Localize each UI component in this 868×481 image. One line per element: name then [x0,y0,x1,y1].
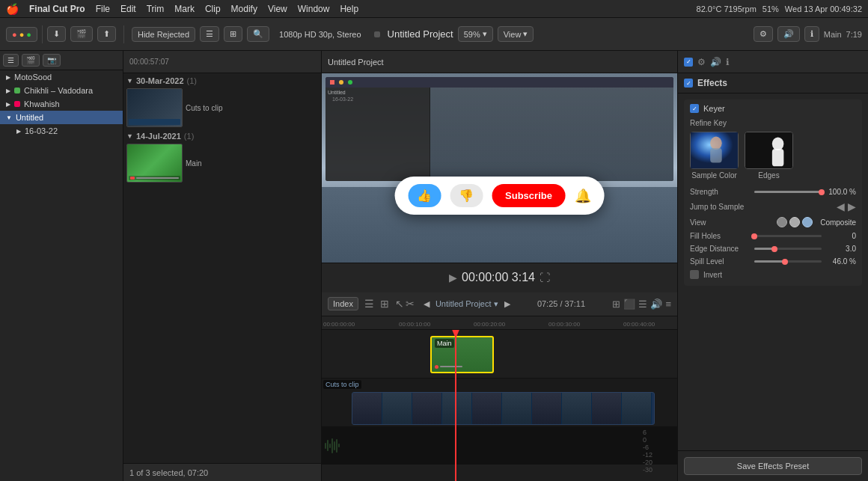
dislike-button[interactable]: 👎 [450,184,483,207]
sidebar-btn-2[interactable]: 🎬 [22,54,40,67]
menu-help[interactable]: Help [340,4,358,14]
invert-checkbox[interactable] [690,270,699,279]
sidebar-item-label: Chikhli – Vadodara [24,86,93,95]
edge-distance-handle [771,246,777,252]
section-date-label: 14-Jul-2021 [136,132,181,141]
bell-button[interactable]: 🔔 [575,188,591,204]
share-button[interactable]: ⬆ [97,26,116,42]
strength-slider[interactable] [754,191,822,193]
inspector-content: ✓ Keyer Refine Key [678,94,868,450]
clip-main[interactable]: Main [123,142,321,184]
view-icon-1[interactable] [777,217,787,227]
import-button[interactable]: ⬇ [47,26,66,42]
view-icon-2[interactable] [789,217,800,227]
inspector-audio-btn[interactable]: 🔊 [710,57,721,67]
sidebar-item-khwahish[interactable]: ▶ Khwahish [0,97,123,111]
view-value: Composite [820,218,856,227]
timeline-btn-5[interactable]: ≡ [665,298,671,310]
svg-point-4 [772,138,784,150]
app-name[interactable]: Final Cut Pro [29,4,85,14]
keyer-checkbox[interactable]: ✓ [690,104,699,113]
sidebar-btn-3[interactable]: 📷 [43,54,61,67]
timeline-view-btn-1[interactable]: ☰ [364,298,374,310]
spill-level-slider[interactable] [754,260,822,263]
like-button[interactable]: 👍 [408,184,441,207]
playhead [455,330,456,482]
info-button[interactable]: ℹ [804,26,819,42]
sample-color-label: Sample Color [691,171,737,180]
filmstrip-view-button[interactable]: ⊞ [224,26,242,42]
cuts-label: Cuts to clip [323,380,361,389]
clip-markers [435,365,462,369]
select-tool[interactable]: ↖ [395,298,404,310]
nav-arrow-left[interactable]: ◀ [424,299,430,309]
timeline-btn-1[interactable]: ⊞ [612,298,620,310]
sidebar-item-untitled[interactable]: ▼ Untitled [0,111,123,124]
like-icon: 👍 [417,189,432,203]
nav-next[interactable]: ▶ [848,200,856,212]
subscribe-button[interactable]: Subscribe [492,184,566,207]
spill-level-fill [754,260,785,263]
save-effects-preset-button[interactable]: Save Effects Preset [684,457,862,475]
timeline-project-name[interactable]: Untitled Project ▾ [435,299,498,309]
timeline-btn-3[interactable]: ☰ [638,298,647,310]
new-project-button[interactable]: 🎬 [70,26,93,42]
menu-modify[interactable]: Modify [231,4,257,14]
refine-key-label: Refine Key [690,119,856,127]
menu-mark[interactable]: Mark [174,4,195,14]
effects-title: Effects [697,78,727,88]
edges-thumb[interactable]: Edges [745,132,793,180]
menu-trim[interactable]: Trim [147,4,165,14]
timeline-view-btn-2[interactable]: ⊞ [380,298,389,310]
svg-point-1 [710,137,722,150]
audio-button[interactable]: 🔊 [777,26,800,42]
menu-clip[interactable]: Clip [205,4,221,14]
cuts-clip[interactable] [352,392,655,425]
effects-toggle-checkbox[interactable]: ✓ [684,79,693,88]
menu-view[interactable]: View [268,4,287,14]
strength-label: Strength [690,188,750,196]
view-button[interactable]: View ▾ [498,26,534,42]
bell-icon: 🔔 [575,189,591,203]
inspector-filter-btn[interactable]: ⚙ [697,57,706,67]
menubar: 🍎 Final Cut Pro File Edit Trim Mark Clip… [0,0,868,18]
menu-window[interactable]: Window [298,4,330,14]
list-view-button[interactable]: ☰ [200,26,219,42]
browser-toolbar: 00:00:57:07 [123,51,321,73]
filmstrip-frame [382,393,412,424]
clip-main-green[interactable]: Main [430,336,494,373]
sidebar-item-chikhli[interactable]: ▶ Chikhli – Vadodara [0,84,123,97]
effects-checkbox[interactable]: ✓ [684,58,693,67]
inspector-info-btn[interactable]: ℹ [726,57,730,67]
nav-prev[interactable]: ◀ [837,200,845,212]
inspector-toggle[interactable]: ⚙ [754,26,773,42]
fill-holes-slider[interactable] [754,235,822,237]
triangle-icon: ▶ [6,74,10,81]
menu-edit[interactable]: Edit [120,4,136,14]
menu-file[interactable]: File [96,4,110,14]
search-button[interactable]: 🔍 [247,26,269,42]
fullscreen-button[interactable]: ⛶ [540,272,550,284]
view-row: View Composite [690,215,856,230]
play-button[interactable]: ▶ [449,272,457,284]
clip-cuts-to-clip[interactable]: Cuts to clip [123,87,321,129]
filmstrip-frame [412,393,442,424]
sidebar-item-16-03-22[interactable]: ▶ 16-03-22 [0,124,123,138]
sample-color-thumb[interactable]: Sample Color [690,132,739,180]
index-button[interactable]: Index [328,297,358,310]
video-app-overlay: Untitled 16-03-22 [326,77,673,181]
zoom-display[interactable]: 59% ▾ [458,26,493,42]
edge-distance-slider[interactable] [754,248,822,250]
hide-rejected-button[interactable]: Hide Rejected [132,27,195,42]
cpu-temp: 82.0°C 7195rpm [697,4,757,13]
nav-arrow-right[interactable]: ▶ [504,299,510,309]
trim-tool[interactable]: ✂ [406,298,415,310]
timeline-btn-4[interactable]: 🔊 [650,298,662,310]
timeline-btn-2[interactable]: ⬛ [623,298,635,310]
fill-holes-value: 0 [826,232,856,240]
apple-menu[interactable]: 🍎 [6,3,19,15]
sidebar-item-motosood[interactable]: ▶ MotoSood [0,70,123,84]
sidebar-btn-1[interactable]: ☰ [3,54,19,67]
strength-row: Strength 100.0 % [690,186,856,198]
view-icon-3[interactable] [802,217,813,227]
